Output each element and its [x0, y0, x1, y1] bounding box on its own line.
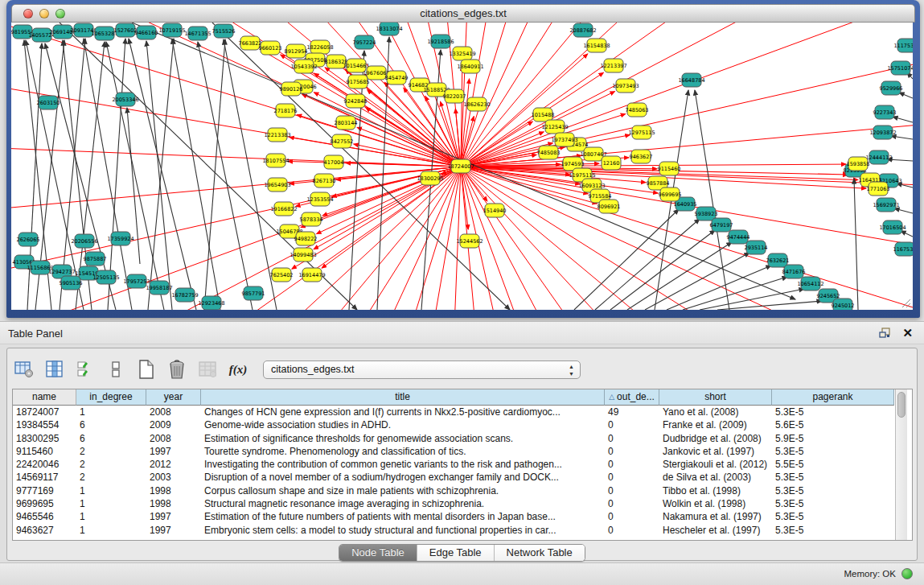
column-header-name[interactable]: name — [13, 389, 76, 406]
graph-node[interactable]: 12505135 — [92, 270, 119, 284]
table-cell[interactable]: 0 — [605, 510, 659, 523]
table-cell[interactable]: 14569117 — [13, 471, 76, 484]
tab-edge-table[interactable]: Edge Table — [417, 545, 495, 561]
close-panel-icon[interactable]: ✕ — [902, 327, 913, 340]
table-cell[interactable]: Hescheler et al. (1997) — [659, 524, 772, 537]
table-options-icon[interactable] — [14, 359, 35, 380]
table-cell[interactable]: 0 — [605, 497, 659, 510]
table-cell[interactable]: 5.3E-5 — [772, 445, 894, 458]
graph-edge[interactable] — [893, 117, 913, 122]
graph-node[interactable]: 1593858 — [847, 157, 870, 171]
graph-node[interactable]: 2603150 — [37, 96, 60, 109]
graph-node[interactable]: 18107554 — [262, 154, 289, 167]
graph-node[interactable]: 12353554 — [306, 192, 333, 206]
graph-node[interactable]: 9466160 — [135, 26, 158, 39]
table-cell[interactable]: 0 — [605, 445, 659, 458]
graph-node[interactable]: 9699695 — [659, 187, 682, 201]
graph-node[interactable]: 11175345 — [893, 39, 913, 52]
graph-node[interactable]: 16648784 — [678, 73, 704, 87]
table-cell[interactable]: Embryonic stem cells: a model to study s… — [201, 524, 605, 537]
graph-edge[interactable] — [854, 179, 858, 310]
table-cell[interactable]: 22420046 — [13, 458, 76, 471]
table-row[interactable]: 977716911998Corpus callosum shape and si… — [13, 484, 895, 497]
table-cell[interactable]: Disruption of a novel member of a sodium… — [201, 471, 605, 484]
table-cell[interactable]: 5.3E-5 — [772, 471, 894, 484]
graph-edge[interactable] — [610, 230, 715, 310]
table-cell[interactable]: 5.6E-5 — [772, 418, 894, 431]
column-header-year[interactable]: year — [146, 389, 201, 406]
graph-node[interactable]: 2718176 — [274, 104, 298, 117]
table-cell[interactable]: 1 — [76, 406, 146, 418]
graph-node[interactable]: 5905136 — [60, 276, 83, 290]
graph-node[interactable]: 12093872 — [869, 126, 896, 139]
graph-edge[interactable] — [891, 136, 913, 139]
graph-edge[interactable] — [297, 115, 461, 167]
table-cell[interactable]: 9115460 — [13, 445, 76, 458]
table-cell[interactable]: 18724007 — [13, 406, 76, 418]
graph-node[interactable]: 9463627 — [630, 150, 653, 163]
table-cell[interactable]: Tibbo et al. (1998) — [659, 484, 772, 497]
table-row[interactable]: 1938455462009Genome-wide association stu… — [13, 418, 895, 431]
graph-node[interactable]: 14671355 — [184, 27, 211, 40]
graph-node[interactable]: 9242848 — [344, 94, 368, 108]
table-cell[interactable]: 1998 — [146, 497, 201, 510]
table-cell[interactable]: 2008 — [146, 432, 201, 445]
table-cell[interactable]: 1997 — [146, 510, 201, 523]
table-row[interactable]: 946362711997Embryonic stem cells: a mode… — [13, 524, 895, 537]
graph-node[interactable]: 19654903 — [264, 178, 290, 192]
table-cell[interactable]: Nakamura et al. (1997) — [659, 510, 772, 523]
graph-edge[interactable] — [146, 41, 172, 310]
graph-node[interactable]: 12160 — [602, 156, 621, 170]
table-row[interactable]: 946554611997Estimation of the future num… — [13, 510, 895, 523]
table-cell[interactable]: Estimation of significance thresholds fo… — [201, 432, 605, 445]
delete-table-icon[interactable] — [166, 359, 187, 380]
graph-edge[interactable] — [894, 208, 913, 213]
table-cell[interactable]: 1 — [76, 524, 146, 537]
graph-edge[interactable] — [11, 128, 461, 167]
column-header-pagerank[interactable]: pagerank — [772, 389, 894, 406]
graph-node[interactable]: 16154838 — [583, 39, 610, 52]
graph-node[interactable]: 9822037 — [443, 89, 466, 103]
graph-node[interactable]: 9529966 — [880, 81, 903, 95]
graph-node[interactable]: 8454749 — [385, 71, 409, 84]
graph-edge[interactable] — [717, 301, 822, 310]
graph-node[interactable]: 2935114 — [745, 241, 768, 254]
table-cell[interactable]: Structural magnetic resonance image aver… — [201, 497, 605, 510]
table-cell[interactable]: Jankovic et al. (1997) — [659, 445, 772, 458]
table-row[interactable]: 1872400712008Changes of HCN gene express… — [13, 406, 895, 418]
graph-edge[interactable] — [349, 51, 364, 310]
graph-node[interactable]: 9474444 — [727, 230, 750, 244]
graph-node[interactable]: 1771063 — [867, 182, 890, 196]
graph-node[interactable]: 16782759 — [171, 288, 198, 302]
table-cell[interactable]: 0 — [605, 458, 659, 471]
table-cell[interactable]: 5.3E-5 — [772, 524, 894, 537]
graph-node[interactable]: 19737493 — [551, 133, 577, 146]
table-cell[interactable]: 5.9E-5 — [772, 432, 894, 445]
graph-node[interactable]: 10973493 — [612, 79, 639, 93]
graph-edge[interactable] — [108, 39, 125, 310]
graph-node[interactable]: 9175685 — [347, 75, 370, 89]
table-cell[interactable]: 1 — [76, 484, 146, 497]
resize-grip-icon[interactable] — [900, 297, 911, 308]
table-row[interactable]: 1456911722003Disruption of a novel membe… — [13, 471, 895, 484]
table-cell[interactable]: 19384554 — [13, 418, 76, 431]
table-cell[interactable]: 1997 — [146, 445, 201, 458]
table-cell[interactable]: Estimation of the future numbers of pati… — [201, 510, 605, 523]
function-builder-icon[interactable]: f(x) — [228, 359, 248, 380]
graph-node[interactable]: 9660123 — [259, 41, 282, 55]
table-cell[interactable]: Corpus callosum shape and size in male p… — [201, 484, 605, 497]
graph-node[interactable]: 10719155 — [158, 23, 185, 37]
graph-node[interactable]: 19166822 — [270, 202, 297, 216]
graph-edge[interactable] — [461, 23, 865, 167]
graph-node[interactable]: 15751074 — [887, 61, 913, 75]
graph-node[interactable]: 5878334 — [300, 212, 323, 226]
graph-node[interactable]: 9245012 — [832, 299, 855, 310]
graph-node[interactable]: 1167534 — [893, 242, 913, 256]
table-row[interactable]: 969969511998Structural magnetic resonanc… — [13, 497, 895, 510]
table-cell[interactable]: 5.3E-5 — [772, 484, 894, 497]
graph-node[interactable]: 17016504 — [879, 220, 906, 234]
graph-edge[interactable] — [366, 108, 461, 167]
graph-edge[interactable] — [198, 42, 253, 310]
table-cell[interactable]: 0 — [605, 524, 659, 537]
graph-edge[interactable] — [595, 219, 700, 310]
